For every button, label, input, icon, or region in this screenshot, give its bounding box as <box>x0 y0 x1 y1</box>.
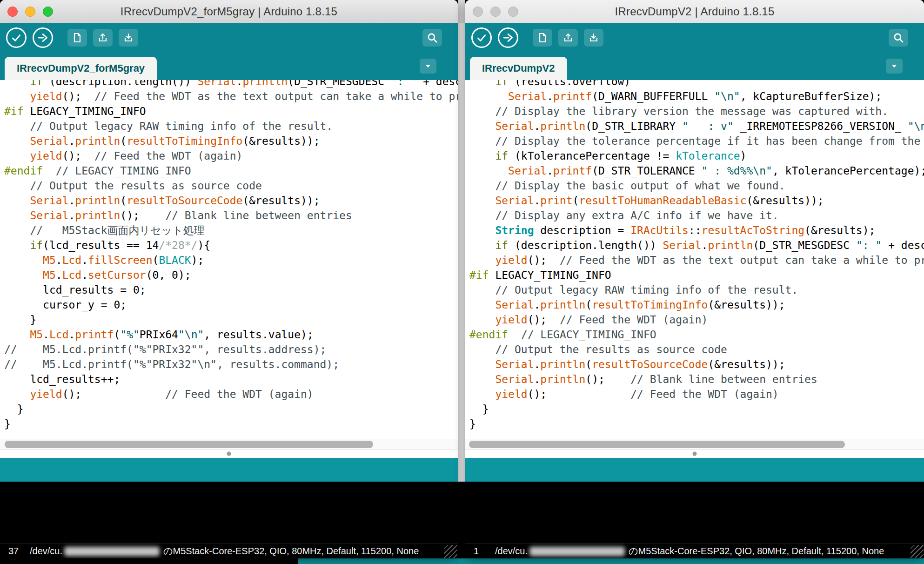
code-line: // Display the tolerance percentage if i… <box>469 134 924 148</box>
code-line: #if LEGACY_TIMING_INFO <box>4 104 458 119</box>
code-token: /*28*/ <box>159 239 197 251</box>
open-tray-icon <box>97 32 108 43</box>
new-sketch-button[interactable] <box>67 29 87 47</box>
tab-menu-button[interactable] <box>886 59 903 74</box>
code-line: } <box>469 402 924 416</box>
code-token: (&results); <box>804 224 875 236</box>
code-line: } <box>469 416 924 431</box>
scrollbar-thumb[interactable] <box>469 441 845 448</box>
code-token: // M5.Lcd.printf("%"PRIx32"", results.ad… <box>4 343 326 356</box>
code-token: (); <box>62 150 94 162</box>
minimize-button[interactable] <box>25 7 35 17</box>
code-line: if (results.overflow) <box>469 80 924 89</box>
code-token: println <box>75 135 120 147</box>
code-token <box>469 90 508 102</box>
code-token: (); <box>528 254 560 266</box>
background-code-line[interactable]: // NOTE: Make sure you set your Serial M… <box>298 558 924 564</box>
code-line: if(lcd_results == 14/*28*/){ <box>4 238 458 253</box>
save-sketch-button[interactable] <box>584 29 603 47</box>
code-token: ": " <box>856 239 882 251</box>
code-token: #if <box>469 269 489 281</box>
console-output <box>0 482 458 544</box>
code-token: Serial <box>495 358 534 370</box>
code-token: (); <box>585 373 630 385</box>
code-token: println <box>540 120 585 132</box>
document-icon <box>537 32 548 43</box>
code-token: (&results)); <box>708 358 785 370</box>
sketch-tab[interactable]: IRrecvDumpV2 <box>470 57 567 80</box>
code-token: M5 <box>43 269 56 281</box>
code-token: Serial <box>495 373 534 385</box>
code-token: ( <box>114 329 120 341</box>
editor-console-splitter[interactable] <box>0 450 458 458</box>
code-line: } <box>4 402 458 416</box>
close-button[interactable] <box>473 7 483 17</box>
window-irrecvdumpv2-form5gray: IRrecvDumpV2_forM5gray | Arduino 1.8.15 … <box>0 0 458 558</box>
code-token <box>4 254 43 266</box>
code-line: yield(); // Feed the WDT (again) <box>4 148 458 163</box>
code-token: . <box>547 90 553 102</box>
code-token: . <box>534 373 540 385</box>
code-line: Serial.println(resultToTimingInfo(&resul… <box>469 297 924 312</box>
title-bar[interactable]: IRrecvDumpV2_forM5gray | Arduino 1.8.15 <box>0 0 458 23</box>
save-sketch-button[interactable] <box>119 29 138 47</box>
splitter-handle-dot <box>693 452 697 456</box>
code-token: setCursor <box>88 269 146 281</box>
title-bar[interactable]: IRrecvDumpV2 | Arduino 1.8.15 <box>465 0 924 23</box>
code-token <box>469 224 495 236</box>
new-sketch-button[interactable] <box>533 29 552 47</box>
window-resize-grip[interactable] <box>911 545 924 558</box>
serial-monitor-button[interactable] <box>422 29 442 47</box>
status-bar: 1 /dev/cu. のM5Stack-Core-ESP32, QIO, 80M… <box>465 544 924 558</box>
code-token <box>469 373 495 385</box>
code-token: // Feed the WDT (again) <box>94 150 243 162</box>
editor-console-splitter[interactable] <box>465 450 924 458</box>
code-token: Serial <box>30 135 68 147</box>
code-line: // Output legacy RAW timing info of the … <box>469 282 924 297</box>
code-token: resultToTimingInfo <box>592 299 708 311</box>
code-token <box>469 209 495 222</box>
window-resize-grip[interactable] <box>444 545 457 558</box>
code-token <box>43 165 56 177</box>
zoom-button[interactable] <box>508 7 518 17</box>
status-message-strip <box>465 458 924 482</box>
code-token: // Blank line between entries <box>165 209 352 222</box>
code-line: if (description.length()) Serial.println… <box>469 238 924 253</box>
upload-button[interactable] <box>33 27 53 48</box>
background-window-strip: // NOTE: Make sure you set your Serial M… <box>0 558 924 564</box>
code-token: #if <box>4 105 24 117</box>
horizontal-scrollbar[interactable] <box>465 439 924 450</box>
code-token: _IRREMOTEESP8266_VERSION_ <box>734 120 908 132</box>
code-token: (D_STR_LIBRARY <box>585 120 682 132</box>
upload-button[interactable] <box>498 27 518 48</box>
code-line: Serial.println(resultToTimingInfo(&resul… <box>4 134 458 148</box>
code-token: println <box>75 195 120 207</box>
code-line: } <box>4 312 458 327</box>
minimize-button[interactable] <box>490 7 501 17</box>
code-token: if <box>30 80 43 87</box>
code-line: Serial.printf(D_STR_TOLERANCE " : %d%%\n… <box>469 163 924 178</box>
sketch-tab[interactable]: IRrecvDumpV2_forM5gray <box>5 57 157 80</box>
open-sketch-button[interactable] <box>93 29 113 47</box>
code-token: . <box>68 135 75 147</box>
sketch-tab-label: IRrecvDumpV2_forM5gray <box>17 62 145 74</box>
background-gap-top <box>458 0 465 23</box>
close-button[interactable] <box>7 7 18 17</box>
code-token <box>4 90 30 102</box>
scrollbar-thumb[interactable] <box>5 441 373 448</box>
code-token: , kCaptureBufferSize); <box>740 90 882 102</box>
code-editor[interactable]: if (results.overflow) Serial.printf(D_WA… <box>465 80 924 439</box>
verify-button[interactable] <box>6 27 27 48</box>
horizontal-scrollbar[interactable] <box>0 439 458 450</box>
code-token: Serial <box>30 209 68 222</box>
code-token: Serial <box>495 195 534 207</box>
serial-monitor-button[interactable] <box>889 29 908 47</box>
code-token: // Output the results as source code <box>495 343 727 356</box>
open-sketch-button[interactable] <box>558 29 578 47</box>
tab-menu-button[interactable] <box>420 59 436 74</box>
zoom-button[interactable] <box>43 7 53 17</box>
code-editor[interactable]: if (description.length()) Serial.println… <box>0 80 458 439</box>
verify-button[interactable] <box>471 27 492 48</box>
magnifier-icon <box>892 32 904 44</box>
tab-bar: IRrecvDumpV2_forM5gray <box>0 52 458 80</box>
